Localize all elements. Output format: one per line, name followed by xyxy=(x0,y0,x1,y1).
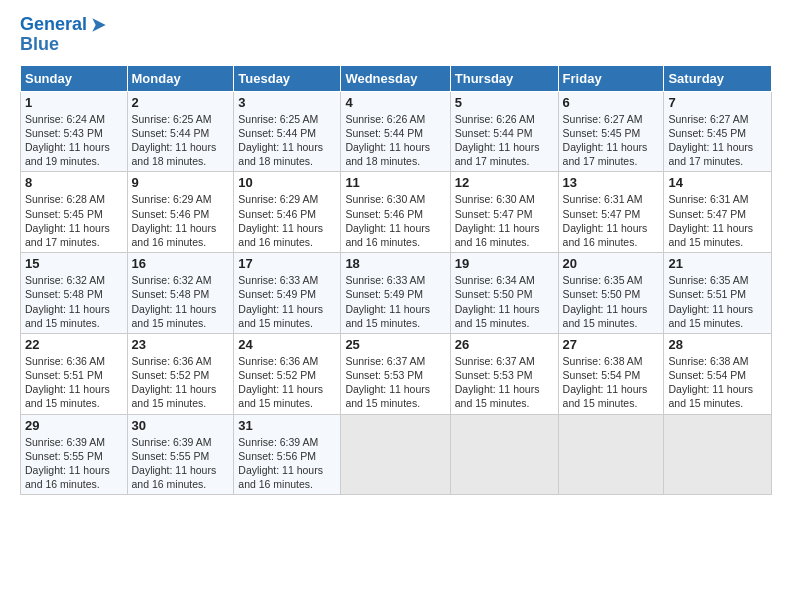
day-number: 26 xyxy=(455,337,554,352)
day-cell xyxy=(341,414,450,495)
column-headers-row: SundayMondayTuesdayWednesdayThursdayFrid… xyxy=(21,65,772,91)
day-number: 12 xyxy=(455,175,554,190)
day-number: 23 xyxy=(132,337,230,352)
day-detail: Sunrise: 6:27 AMSunset: 5:45 PMDaylight:… xyxy=(563,112,660,169)
day-detail: Sunrise: 6:30 AMSunset: 5:47 PMDaylight:… xyxy=(455,192,554,249)
day-detail: Sunrise: 6:30 AMSunset: 5:46 PMDaylight:… xyxy=(345,192,445,249)
week-row-1: 1Sunrise: 6:24 AMSunset: 5:43 PMDaylight… xyxy=(21,91,772,172)
day-cell: 28Sunrise: 6:38 AMSunset: 5:54 PMDayligh… xyxy=(664,333,772,414)
day-detail: Sunrise: 6:36 AMSunset: 5:51 PMDaylight:… xyxy=(25,354,123,411)
day-detail: Sunrise: 6:34 AMSunset: 5:50 PMDaylight:… xyxy=(455,273,554,330)
day-cell: 24Sunrise: 6:36 AMSunset: 5:52 PMDayligh… xyxy=(234,333,341,414)
day-cell: 17Sunrise: 6:33 AMSunset: 5:49 PMDayligh… xyxy=(234,253,341,334)
calendar-body: 1Sunrise: 6:24 AMSunset: 5:43 PMDaylight… xyxy=(21,91,772,494)
day-detail: Sunrise: 6:32 AMSunset: 5:48 PMDaylight:… xyxy=(132,273,230,330)
col-header-tuesday: Tuesday xyxy=(234,65,341,91)
day-detail: Sunrise: 6:39 AMSunset: 5:56 PMDaylight:… xyxy=(238,435,336,492)
col-header-thursday: Thursday xyxy=(450,65,558,91)
logo-blue-text: Blue xyxy=(20,35,59,55)
day-number: 16 xyxy=(132,256,230,271)
day-number: 31 xyxy=(238,418,336,433)
day-number: 29 xyxy=(25,418,123,433)
day-number: 18 xyxy=(345,256,445,271)
day-cell xyxy=(450,414,558,495)
logo: General Blue xyxy=(20,15,109,55)
day-number: 21 xyxy=(668,256,767,271)
day-cell: 13Sunrise: 6:31 AMSunset: 5:47 PMDayligh… xyxy=(558,172,664,253)
col-header-monday: Monday xyxy=(127,65,234,91)
day-number: 17 xyxy=(238,256,336,271)
week-row-3: 15Sunrise: 6:32 AMSunset: 5:48 PMDayligh… xyxy=(21,253,772,334)
day-detail: Sunrise: 6:39 AMSunset: 5:55 PMDaylight:… xyxy=(25,435,123,492)
day-cell: 6Sunrise: 6:27 AMSunset: 5:45 PMDaylight… xyxy=(558,91,664,172)
svg-marker-0 xyxy=(92,18,105,31)
day-number: 3 xyxy=(238,95,336,110)
day-cell: 15Sunrise: 6:32 AMSunset: 5:48 PMDayligh… xyxy=(21,253,128,334)
page: General Blue SundayMondayTuesdayWednesda… xyxy=(0,0,792,612)
day-detail: Sunrise: 6:26 AMSunset: 5:44 PMDaylight:… xyxy=(455,112,554,169)
day-cell: 30Sunrise: 6:39 AMSunset: 5:55 PMDayligh… xyxy=(127,414,234,495)
week-row-2: 8Sunrise: 6:28 AMSunset: 5:45 PMDaylight… xyxy=(21,172,772,253)
col-header-sunday: Sunday xyxy=(21,65,128,91)
col-header-saturday: Saturday xyxy=(664,65,772,91)
day-cell: 16Sunrise: 6:32 AMSunset: 5:48 PMDayligh… xyxy=(127,253,234,334)
day-number: 8 xyxy=(25,175,123,190)
day-number: 22 xyxy=(25,337,123,352)
day-cell: 7Sunrise: 6:27 AMSunset: 5:45 PMDaylight… xyxy=(664,91,772,172)
week-row-4: 22Sunrise: 6:36 AMSunset: 5:51 PMDayligh… xyxy=(21,333,772,414)
day-cell: 20Sunrise: 6:35 AMSunset: 5:50 PMDayligh… xyxy=(558,253,664,334)
day-detail: Sunrise: 6:32 AMSunset: 5:48 PMDaylight:… xyxy=(25,273,123,330)
logo-text: General xyxy=(20,15,87,35)
day-detail: Sunrise: 6:25 AMSunset: 5:44 PMDaylight:… xyxy=(238,112,336,169)
day-cell: 31Sunrise: 6:39 AMSunset: 5:56 PMDayligh… xyxy=(234,414,341,495)
day-detail: Sunrise: 6:37 AMSunset: 5:53 PMDaylight:… xyxy=(345,354,445,411)
day-number: 9 xyxy=(132,175,230,190)
day-cell: 25Sunrise: 6:37 AMSunset: 5:53 PMDayligh… xyxy=(341,333,450,414)
day-number: 30 xyxy=(132,418,230,433)
day-detail: Sunrise: 6:33 AMSunset: 5:49 PMDaylight:… xyxy=(345,273,445,330)
day-detail: Sunrise: 6:26 AMSunset: 5:44 PMDaylight:… xyxy=(345,112,445,169)
day-detail: Sunrise: 6:36 AMSunset: 5:52 PMDaylight:… xyxy=(238,354,336,411)
day-cell: 22Sunrise: 6:36 AMSunset: 5:51 PMDayligh… xyxy=(21,333,128,414)
day-cell xyxy=(664,414,772,495)
day-cell: 11Sunrise: 6:30 AMSunset: 5:46 PMDayligh… xyxy=(341,172,450,253)
header: General Blue xyxy=(20,15,772,55)
day-detail: Sunrise: 6:29 AMSunset: 5:46 PMDaylight:… xyxy=(238,192,336,249)
day-cell: 4Sunrise: 6:26 AMSunset: 5:44 PMDaylight… xyxy=(341,91,450,172)
day-number: 27 xyxy=(563,337,660,352)
day-detail: Sunrise: 6:35 AMSunset: 5:50 PMDaylight:… xyxy=(563,273,660,330)
day-number: 1 xyxy=(25,95,123,110)
day-cell: 27Sunrise: 6:38 AMSunset: 5:54 PMDayligh… xyxy=(558,333,664,414)
day-cell: 21Sunrise: 6:35 AMSunset: 5:51 PMDayligh… xyxy=(664,253,772,334)
day-number: 7 xyxy=(668,95,767,110)
day-cell: 14Sunrise: 6:31 AMSunset: 5:47 PMDayligh… xyxy=(664,172,772,253)
day-number: 2 xyxy=(132,95,230,110)
day-number: 24 xyxy=(238,337,336,352)
day-number: 5 xyxy=(455,95,554,110)
col-header-friday: Friday xyxy=(558,65,664,91)
day-cell xyxy=(558,414,664,495)
day-number: 28 xyxy=(668,337,767,352)
day-cell: 8Sunrise: 6:28 AMSunset: 5:45 PMDaylight… xyxy=(21,172,128,253)
day-cell: 29Sunrise: 6:39 AMSunset: 5:55 PMDayligh… xyxy=(21,414,128,495)
calendar: SundayMondayTuesdayWednesdayThursdayFrid… xyxy=(20,65,772,495)
day-detail: Sunrise: 6:28 AMSunset: 5:45 PMDaylight:… xyxy=(25,192,123,249)
day-detail: Sunrise: 6:31 AMSunset: 5:47 PMDaylight:… xyxy=(563,192,660,249)
day-cell: 5Sunrise: 6:26 AMSunset: 5:44 PMDaylight… xyxy=(450,91,558,172)
day-detail: Sunrise: 6:38 AMSunset: 5:54 PMDaylight:… xyxy=(668,354,767,411)
day-detail: Sunrise: 6:37 AMSunset: 5:53 PMDaylight:… xyxy=(455,354,554,411)
day-detail: Sunrise: 6:31 AMSunset: 5:47 PMDaylight:… xyxy=(668,192,767,249)
day-detail: Sunrise: 6:33 AMSunset: 5:49 PMDaylight:… xyxy=(238,273,336,330)
week-row-5: 29Sunrise: 6:39 AMSunset: 5:55 PMDayligh… xyxy=(21,414,772,495)
day-detail: Sunrise: 6:29 AMSunset: 5:46 PMDaylight:… xyxy=(132,192,230,249)
day-cell: 18Sunrise: 6:33 AMSunset: 5:49 PMDayligh… xyxy=(341,253,450,334)
day-cell: 12Sunrise: 6:30 AMSunset: 5:47 PMDayligh… xyxy=(450,172,558,253)
day-number: 20 xyxy=(563,256,660,271)
day-detail: Sunrise: 6:27 AMSunset: 5:45 PMDaylight:… xyxy=(668,112,767,169)
col-header-wednesday: Wednesday xyxy=(341,65,450,91)
day-detail: Sunrise: 6:39 AMSunset: 5:55 PMDaylight:… xyxy=(132,435,230,492)
day-cell: 26Sunrise: 6:37 AMSunset: 5:53 PMDayligh… xyxy=(450,333,558,414)
day-number: 19 xyxy=(455,256,554,271)
day-detail: Sunrise: 6:35 AMSunset: 5:51 PMDaylight:… xyxy=(668,273,767,330)
day-number: 4 xyxy=(345,95,445,110)
